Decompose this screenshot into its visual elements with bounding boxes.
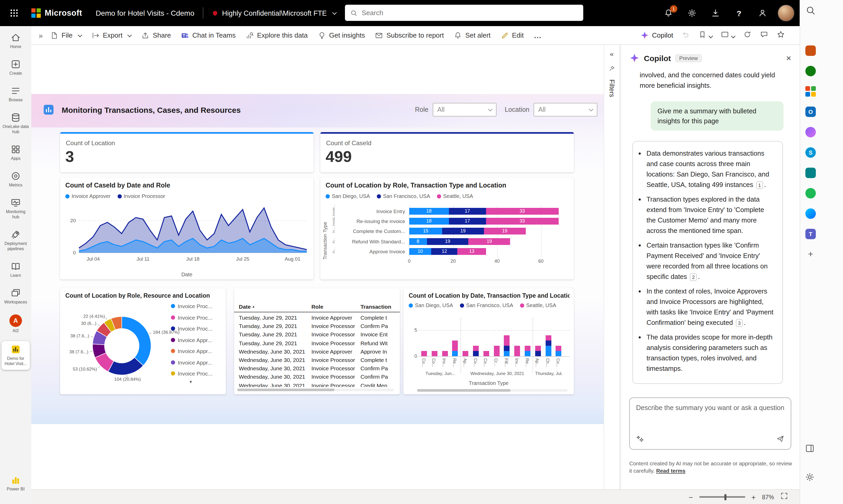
side-panel-button[interactable] xyxy=(805,444,815,455)
spotify-icon[interactable] xyxy=(805,187,816,199)
download-button[interactable] xyxy=(711,8,720,18)
sidebar-item-learn[interactable]: Learn xyxy=(2,259,30,281)
location-slicer-dropdown[interactable]: All xyxy=(533,103,597,116)
bar-segment[interactable]: 15 xyxy=(409,228,442,235)
table-row[interactable]: Wednesday, June 30, 2021Invoice Processo… xyxy=(238,356,400,364)
search-input[interactable] xyxy=(362,9,578,17)
column-segment[interactable] xyxy=(545,341,551,346)
toolbar-get-insights-button[interactable]: Get insights xyxy=(317,31,365,39)
undo-button[interactable] xyxy=(682,30,690,40)
toolbar-export-button[interactable]: Export xyxy=(91,31,131,39)
toolbar-share-button[interactable]: Share xyxy=(141,31,171,39)
column-segment[interactable] xyxy=(535,351,541,356)
bar-segment[interactable]: 17 xyxy=(449,218,486,224)
copilot-input[interactable] xyxy=(630,398,791,429)
legend-scroll-down-icon[interactable]: ▼ xyxy=(189,380,193,384)
column-header-transaction[interactable]: Transaction xyxy=(359,302,400,312)
pin-icon[interactable] xyxy=(608,65,615,72)
donut-chart-visual[interactable]: Count of Location by Role, Resource and … xyxy=(60,288,226,394)
sidebar-item-ai2[interactable]: AAI2 xyxy=(2,312,30,336)
column-segment[interactable] xyxy=(452,351,458,356)
sidebar-item-apps[interactable]: Apps xyxy=(2,142,30,163)
sidebar-item-create[interactable]: Create xyxy=(2,57,30,78)
legend-item[interactable]: Seattle, USA xyxy=(437,193,473,199)
card-count-of-location[interactable]: Count of Location 3 xyxy=(60,132,314,172)
bar-segment[interactable]: 19 xyxy=(484,228,526,235)
column-segment[interactable] xyxy=(504,346,510,351)
table-row[interactable]: Tuesday, June 29, 2021Invoice ProcessorC… xyxy=(238,322,400,330)
send-button[interactable] xyxy=(776,434,785,445)
column-segment[interactable] xyxy=(473,351,479,356)
sidebar-item-metrics[interactable]: Metrics xyxy=(2,169,30,190)
teams-icon[interactable]: T xyxy=(805,228,816,240)
zoom-out-button[interactable]: − xyxy=(688,493,693,501)
column-segment[interactable] xyxy=(504,351,510,356)
zoom-in-button[interactable]: + xyxy=(752,493,756,501)
reference-chip[interactable]: 1 xyxy=(756,181,763,189)
toolbar-edit-button[interactable]: Edit xyxy=(500,31,524,39)
bar-segment[interactable]: 18 xyxy=(409,208,449,215)
toolbar-explore-this-data-button[interactable]: Explore this data xyxy=(246,31,308,39)
global-search[interactable] xyxy=(345,5,583,21)
column-segment[interactable] xyxy=(462,351,468,356)
bar-segment[interactable]: 12 xyxy=(431,248,458,255)
zoom-slider[interactable] xyxy=(699,496,745,498)
fit-to-page-button[interactable] xyxy=(780,492,788,502)
toolbar-set-alert-button[interactable]: Set alert xyxy=(454,31,491,39)
table-row[interactable]: Tuesday, June 29, 2021Invoice ApproverCo… xyxy=(238,313,400,322)
sidebar-item-browse[interactable]: Browse xyxy=(2,84,30,105)
column-segment[interactable] xyxy=(535,346,541,351)
prompt-guide-button[interactable] xyxy=(636,434,645,445)
bar-segment[interactable]: 18 xyxy=(409,218,449,224)
view-button[interactable] xyxy=(721,30,735,40)
legend-item[interactable]: Invoice Proc... xyxy=(171,370,212,377)
sidebar-item-monitoring-hub[interactable]: Monitoring hub xyxy=(2,195,30,222)
table-row[interactable]: Wednesday, June 30, 2021Invoice Processo… xyxy=(238,373,400,381)
filters-pane-label[interactable]: Filters xyxy=(608,79,615,97)
favorite-button[interactable] xyxy=(777,30,785,40)
microsoft-365-icon[interactable] xyxy=(805,86,816,97)
column-segment[interactable] xyxy=(442,351,447,356)
reference-chip[interactable]: 3 xyxy=(736,319,743,327)
column-segment[interactable] xyxy=(484,351,489,356)
notifications-button[interactable]: 1 xyxy=(664,8,673,18)
legend-item[interactable]: Invoice Approver xyxy=(65,193,110,199)
column-segment[interactable] xyxy=(452,341,458,351)
expand-pages-pane-button[interactable]: » xyxy=(39,31,43,39)
column-segment[interactable] xyxy=(494,346,499,356)
toolbar-subscribe-to-report-button[interactable]: Subscribe to report xyxy=(375,31,444,39)
column-segment[interactable] xyxy=(525,346,530,351)
column-chart-visual[interactable]: Count of Location by Date, Transaction T… xyxy=(403,288,574,394)
column-segment[interactable] xyxy=(504,335,510,346)
drop-icon[interactable] xyxy=(805,167,816,179)
sidebar-settings-button[interactable] xyxy=(805,472,815,484)
column-segment[interactable] xyxy=(432,351,437,356)
bar-segment[interactable]: 19 xyxy=(427,238,469,245)
legend-item[interactable]: Invoice Appr... xyxy=(171,359,212,365)
zoom-slider-thumb[interactable] xyxy=(724,494,726,500)
table-visual[interactable]: Date▲RoleTransaction Tuesday, June 29, 2… xyxy=(234,288,400,394)
bar-segment[interactable]: 13 xyxy=(458,248,486,255)
column-segment[interactable] xyxy=(421,351,427,356)
toolbar-file-button[interactable]: File xyxy=(50,31,82,39)
settings-button[interactable] xyxy=(687,8,697,18)
column-segment[interactable] xyxy=(473,346,479,351)
legend-item[interactable]: San Diego, USA xyxy=(326,193,370,199)
stacked-bar-chart-visual[interactable]: Count of Location by Role, Transaction T… xyxy=(320,178,574,280)
microsoft-logo[interactable]: Microsoft xyxy=(31,8,82,18)
column-header-role[interactable]: Role xyxy=(311,302,359,312)
help-button[interactable]: ? xyxy=(734,8,744,18)
toolbar-chat-in-teams-button[interactable]: Chat in Teams xyxy=(181,31,236,39)
expand-filters-button[interactable]: « xyxy=(610,50,614,58)
read-terms-link[interactable]: Read terms xyxy=(656,468,685,474)
legend-item[interactable]: Invoice Processor xyxy=(117,193,165,199)
reference-chip[interactable]: 2 xyxy=(690,273,697,281)
legend-item[interactable]: Invoice Appr... xyxy=(171,337,212,343)
skype-icon[interactable]: S xyxy=(805,147,816,158)
close-copilot-button[interactable]: × xyxy=(786,54,791,62)
outlook-icon[interactable]: O xyxy=(805,106,816,118)
bar-segment[interactable]: 17 xyxy=(449,208,486,215)
column-header-date[interactable]: Date▲ xyxy=(238,302,311,312)
legend-item[interactable]: Invoice Proc... xyxy=(171,325,212,332)
sidebar-item-home[interactable]: Home xyxy=(2,30,30,52)
